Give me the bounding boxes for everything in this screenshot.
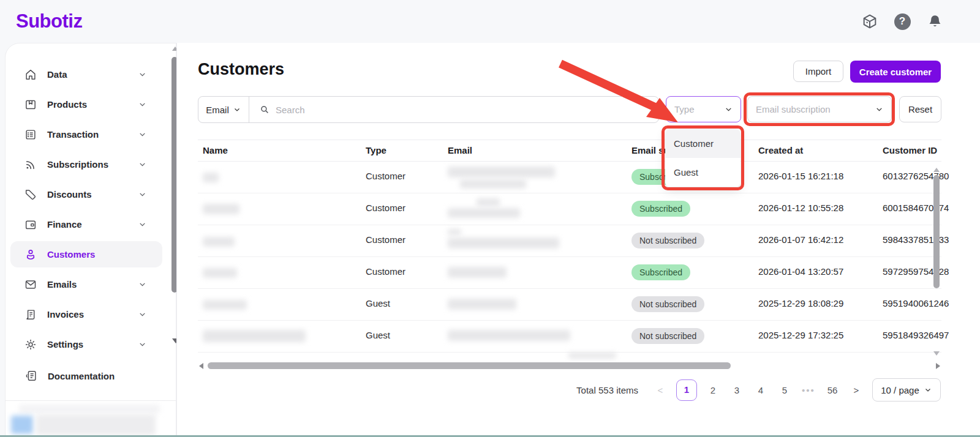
sidebar-item-products[interactable]: Products <box>6 89 171 119</box>
sidebar-item-label: Invoices <box>47 309 84 319</box>
scroll-left-icon[interactable] <box>199 363 203 369</box>
bell-icon[interactable] <box>926 13 943 30</box>
reset-button[interactable]: Reset <box>899 96 941 122</box>
email-subscription-filter-select[interactable]: Email subscription <box>747 96 892 122</box>
import-button[interactable]: Import <box>793 61 843 82</box>
column-header-customer-id[interactable]: Customer ID <box>883 145 937 155</box>
sidebar-item-invoices[interactable]: Invoices <box>6 299 171 329</box>
cell-type: Guest <box>366 298 390 308</box>
blurred-email <box>448 166 555 177</box>
table-row[interactable]: Customer Not subscribed 2026-01-07 16:42… <box>198 225 941 257</box>
blurred-name <box>203 268 237 278</box>
sidebar-item-label: Discounts <box>47 189 92 200</box>
blurred-name <box>203 237 235 247</box>
column-header-type[interactable]: Type <box>366 145 386 155</box>
column-header-name[interactable]: Name <box>203 145 228 155</box>
table-horizontal-scrollbar[interactable] <box>198 362 941 370</box>
type-dropdown-menu: Customer Guest <box>665 129 741 187</box>
column-header-created[interactable]: Created at <box>758 145 803 155</box>
sidebar-item-data[interactable]: Data <box>6 59 171 89</box>
search-field-selector[interactable]: Email <box>198 97 249 122</box>
table-row[interactable]: Customer Subscribed 2026-01-12 10:55:28 … <box>198 193 941 225</box>
home-icon <box>24 68 37 81</box>
app: Subotiz ? Da <box>0 0 980 437</box>
sidebar-item-label: Data <box>47 69 67 80</box>
page-button-5[interactable]: 5 <box>777 385 793 395</box>
chevron-down-icon <box>138 160 146 168</box>
document-icon <box>24 369 38 383</box>
sidebar-item-label: Products <box>47 99 87 110</box>
cell-created-at: 2025-12-29 18:08:29 <box>758 298 843 308</box>
chevron-down-icon <box>138 130 146 138</box>
table-vertical-scrollbar[interactable] <box>933 163 940 360</box>
type-filter-select[interactable]: Type <box>666 96 741 122</box>
customers-table: Name Type Email Email subscription Creat… <box>198 140 941 351</box>
sidebar-item-documentation[interactable]: Documentation <box>6 363 170 389</box>
cell-created-at: 2026-01-12 10:55:28 <box>758 203 843 213</box>
blurred-name <box>203 173 219 182</box>
scrollbar-thumb[interactable] <box>933 175 940 288</box>
cell-type: Customer <box>366 234 405 245</box>
sidebar-item-discounts[interactable]: Discounts <box>6 179 171 209</box>
cell-type: Customer <box>366 203 405 213</box>
page-button-4[interactable]: 4 <box>753 385 769 395</box>
table-row[interactable]: Customer Subscribed 2026-01-04 13:20:57 … <box>198 257 941 289</box>
page-button-3[interactable]: 3 <box>729 385 745 395</box>
invoice-icon <box>24 308 37 321</box>
blurred-email <box>460 179 526 189</box>
page-size-select[interactable]: 10 / page <box>872 378 941 402</box>
page-button-2[interactable]: 2 <box>705 385 721 395</box>
page-button-1[interactable]: 1 <box>676 379 697 401</box>
sidebar-item-customers[interactable]: Customers <box>6 239 171 269</box>
sidebar-item-emails[interactable]: Emails <box>6 269 171 299</box>
search-bar: Email Search <box>198 96 659 123</box>
sidebar: Data Products Transaction Subscriptions <box>5 43 176 437</box>
sidebar-item-label: Emails <box>47 279 77 289</box>
search-input[interactable]: Search <box>249 104 658 115</box>
sidebar-item-label: Documentation <box>48 371 115 381</box>
page-button-56[interactable]: 56 <box>824 385 840 395</box>
table-row[interactable]: Customer Subscribed 2026-01-15 16:21:18 … <box>198 162 941 193</box>
sidebar-item-label: Subscriptions <box>47 159 108 170</box>
sidebar-nav: Data Products Transaction Subscriptions <box>6 59 171 359</box>
table-header: Name Type Email Email subscription Creat… <box>198 140 941 162</box>
next-page-button[interactable]: > <box>848 385 864 395</box>
blurred-email <box>448 229 461 235</box>
table-row[interactable]: Guest Not subscribed 2025-12-29 17:32:25… <box>198 321 941 353</box>
cell-created-at: 2026-01-15 16:21:18 <box>758 171 843 181</box>
sidebar-item-label: Customers <box>47 249 95 260</box>
status-badge: Subscribed <box>631 264 690 280</box>
blurred-email <box>448 267 507 278</box>
chevron-down-icon <box>138 220 146 228</box>
sidebar-item-subscriptions[interactable]: Subscriptions <box>6 149 171 179</box>
chevron-down-icon <box>138 190 146 198</box>
ellipsis: ••• <box>801 385 816 395</box>
scroll-down-icon[interactable] <box>933 351 940 356</box>
sidebar-item-label: Settings <box>47 339 83 349</box>
chevron-down-icon <box>725 105 733 113</box>
chevron-down-icon <box>138 100 146 108</box>
sidebar-item-finance[interactable]: Finance <box>6 209 171 239</box>
search-field-value: Email <box>206 105 229 115</box>
page-title: Customers <box>198 60 284 79</box>
blurred-name <box>203 330 306 342</box>
type-option-customer[interactable]: Customer <box>665 129 741 158</box>
create-customer-button[interactable]: Create customer <box>850 61 941 83</box>
brand-logo[interactable]: Subotiz <box>16 10 82 32</box>
help-icon[interactable]: ? <box>894 13 911 30</box>
scrollbar-thumb[interactable] <box>208 362 731 369</box>
prev-page-button[interactable]: < <box>652 385 668 395</box>
user-profile-blurred[interactable] <box>6 401 176 437</box>
person-icon <box>24 248 37 261</box>
sidebar-item-label: Transaction <box>47 129 99 140</box>
table-row[interactable]: Guest Not subscribed 2025-12-29 18:08:29… <box>198 289 941 321</box>
column-header-email[interactable]: Email <box>448 145 472 155</box>
scroll-up-icon[interactable] <box>933 168 940 172</box>
cell-type: Customer <box>366 171 405 181</box>
scroll-right-icon[interactable] <box>936 363 940 369</box>
sidebar-item-transaction[interactable]: Transaction <box>6 119 171 149</box>
status-badge: Not subscribed <box>631 296 704 312</box>
package-icon[interactable] <box>861 13 878 30</box>
avatar <box>11 416 33 434</box>
type-option-guest[interactable]: Guest <box>665 158 741 187</box>
